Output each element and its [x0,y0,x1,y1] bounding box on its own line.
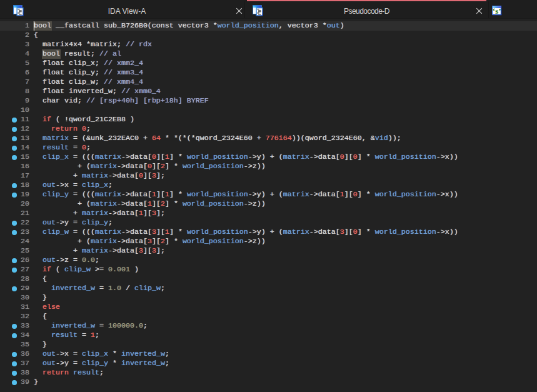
svg-text:‘s’: ‘s’ [493,6,501,16]
